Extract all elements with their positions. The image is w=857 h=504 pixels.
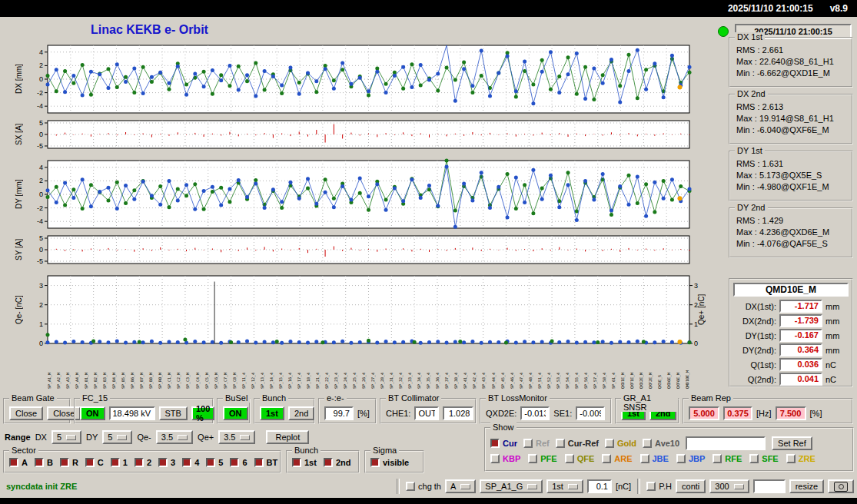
bunch-2nd-button[interactable]: 2nd — [288, 406, 314, 420]
sector-4-checkbox[interactable] — [182, 458, 191, 467]
sector-1[interactable]: 1 — [111, 458, 128, 467]
sector-5-checkbox[interactable] — [206, 458, 215, 467]
show-ref[interactable]: Ref — [523, 439, 550, 448]
bunch-1st-button[interactable]: 1st — [260, 406, 284, 420]
busel-group: BuSel ON — [217, 398, 251, 424]
bunch-select-dropdown[interactable]: 1st — [546, 479, 583, 493]
show-kbp[interactable]: KBP — [490, 454, 520, 463]
resize-button[interactable]: resize — [789, 479, 824, 493]
range-qe-minus-dropdown[interactable]: 3.5 — [156, 430, 193, 444]
bunch-2nd[interactable]: 2nd — [324, 458, 351, 467]
show-rfe[interactable]: RFE — [713, 454, 742, 463]
bunch-2nd-checkbox[interactable] — [324, 458, 333, 467]
sector-c[interactable]: C — [85, 458, 104, 467]
ee-ratio-field[interactable] — [324, 406, 354, 420]
show-cur-checkbox[interactable] — [490, 439, 500, 448]
sigma-visible[interactable]: visible — [370, 458, 409, 467]
bunch-1st[interactable]: 1st — [292, 458, 317, 467]
show-ref-checkbox[interactable] — [523, 439, 533, 448]
chg-th-toggle[interactable]: chg th — [406, 482, 441, 491]
show-sfe-checkbox[interactable] — [749, 454, 759, 463]
show-zre-checkbox[interactable] — [786, 454, 796, 463]
show-cur[interactable]: Cur — [490, 439, 517, 448]
svg-text:5: 5 — [39, 119, 43, 127]
sector-2-checkbox[interactable] — [135, 458, 144, 467]
show-jbp[interactable]: JBP — [676, 454, 705, 463]
fc15-kv-field[interactable] — [109, 406, 155, 420]
svg-text:-2: -2 — [37, 204, 43, 212]
show-cur-ref-checkbox[interactable] — [556, 439, 565, 448]
show-qfe-checkbox[interactable] — [565, 454, 574, 463]
sector-b-checkbox[interactable] — [35, 458, 44, 467]
sector-5[interactable]: 5 — [206, 458, 223, 467]
stat-max: Max : 22.640@S8_61_H1 — [736, 56, 847, 68]
sector-bt-checkbox[interactable] — [254, 458, 264, 467]
sector-6[interactable]: 6 — [230, 458, 247, 467]
sector-a-checkbox[interactable] — [9, 458, 18, 467]
sector-r[interactable]: R — [60, 458, 78, 467]
show-jbe[interactable]: JBE — [640, 454, 669, 463]
beam-rep-field-2[interactable] — [723, 406, 752, 420]
monitor-value: 0.364 — [779, 343, 822, 356]
show-sfe[interactable]: SFE — [749, 454, 778, 463]
fc15-stb-button[interactable]: STB — [159, 406, 188, 420]
set-ref-button[interactable]: Set Ref — [772, 436, 812, 450]
replot-button[interactable]: Replot — [266, 430, 309, 444]
fc15-percent-display: 100 % — [191, 406, 214, 420]
che1-value-field[interactable] — [443, 406, 473, 420]
extra-field[interactable] — [753, 479, 786, 493]
sector-a[interactable]: A — [9, 458, 28, 467]
qxd2e-loss-field[interactable] — [520, 406, 550, 420]
ref-file-input[interactable] — [686, 436, 766, 450]
ph-toggle[interactable]: P.H — [646, 482, 672, 491]
conti-button[interactable]: conti — [676, 479, 706, 493]
sector-bt[interactable]: BT — [254, 458, 278, 467]
range-qe-plus-dropdown[interactable]: 3.5 — [218, 430, 255, 444]
sector-2[interactable]: 2 — [135, 458, 151, 467]
show-gold[interactable]: Gold — [605, 439, 636, 448]
sector-6-label: 6 — [242, 458, 247, 467]
fc15-on-button[interactable]: ON — [80, 406, 105, 420]
ph-checkbox[interactable] — [646, 482, 656, 491]
show-pfe-checkbox[interactable] — [528, 454, 537, 463]
show-ave10-checkbox[interactable] — [643, 439, 652, 448]
range-dx-dropdown[interactable]: 5 — [51, 430, 81, 444]
threshold-field[interactable] — [587, 479, 612, 493]
sector-3-checkbox[interactable] — [158, 458, 168, 467]
sector-4[interactable]: 4 — [182, 458, 199, 467]
beam-gate-close-button-1[interactable]: Close — [9, 406, 43, 420]
show-are-checkbox[interactable] — [602, 454, 611, 463]
range-dy-dropdown[interactable]: 5 — [102, 430, 132, 444]
show-are[interactable]: ARE — [602, 454, 632, 463]
screenshot-button[interactable] — [828, 479, 854, 493]
sector-6-checkbox[interactable] — [230, 458, 239, 467]
show-rfe-checkbox[interactable] — [713, 454, 722, 463]
bpm-label: SP_C3_M — [186, 347, 190, 389]
chg-th-checkbox[interactable] — [406, 482, 415, 491]
sector-c-checkbox[interactable] — [85, 458, 95, 467]
busel-on-button[interactable]: ON — [223, 406, 248, 420]
beam-rep-field-3[interactable] — [776, 406, 806, 420]
sector-1-checkbox[interactable] — [111, 458, 120, 467]
sigma-visible-checkbox[interactable] — [370, 458, 380, 467]
bunch-1st-checkbox[interactable] — [292, 458, 301, 467]
show-ave10[interactable]: Ave10 — [643, 439, 679, 448]
se1-loss-field[interactable] — [576, 406, 605, 420]
monitor-select-dropdown[interactable]: SP_A1_G — [480, 479, 543, 493]
show-cur-ref[interactable]: Cur-Ref — [556, 439, 599, 448]
show-gold-checkbox[interactable] — [605, 439, 614, 448]
show-qfe[interactable]: QFE — [565, 454, 595, 463]
sector-b[interactable]: B — [35, 458, 53, 467]
monitor-value: -1.739 — [779, 314, 822, 327]
show-zre[interactable]: ZRE — [786, 454, 815, 463]
sector-3[interactable]: 3 — [158, 458, 175, 467]
show-jbp-checkbox[interactable] — [676, 454, 686, 463]
interval-dropdown[interactable]: 300 — [709, 479, 749, 493]
show-pfe[interactable]: PFE — [528, 454, 556, 463]
che1-state-field[interactable] — [414, 406, 439, 420]
beam-rep-field-1[interactable] — [689, 406, 719, 420]
sector-select-dropdown[interactable]: A — [445, 479, 476, 493]
show-kbp-checkbox[interactable] — [490, 454, 500, 463]
show-jbe-checkbox[interactable] — [640, 454, 649, 463]
sector-r-checkbox[interactable] — [60, 458, 69, 467]
